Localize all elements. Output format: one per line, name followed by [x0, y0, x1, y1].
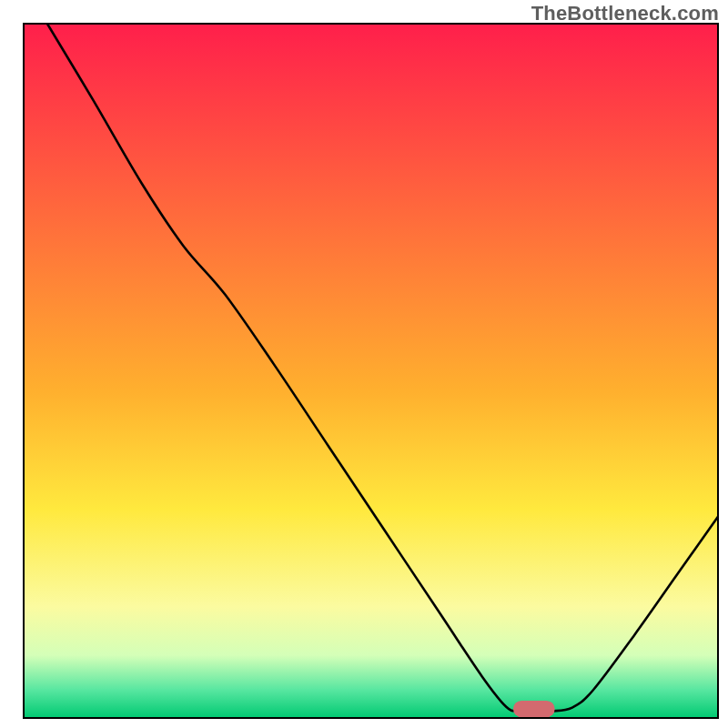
heatmap-background: [24, 24, 718, 718]
optimal-marker: [513, 701, 555, 717]
bottleneck-chart: [0, 0, 728, 728]
chart-stage: TheBottleneck.com: [0, 0, 728, 728]
